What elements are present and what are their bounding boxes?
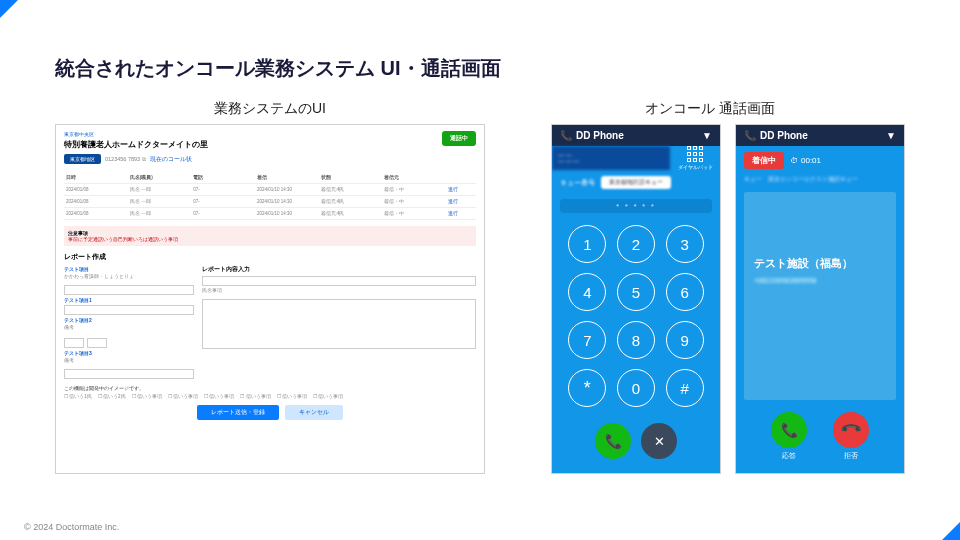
key-5[interactable]: 5 (617, 273, 655, 311)
key-9[interactable]: 9 (666, 321, 704, 359)
location-link[interactable]: 東京都中央区 (64, 131, 208, 137)
phone-dialer: 📞 DD Phone ▼ — —— — — ダイヤルパッド キュー番号 東京都地… (551, 124, 721, 474)
keypad: 1 2 3 4 5 6 7 8 9 * 0 # (552, 217, 720, 415)
queue-pill[interactable]: 東京都地区設キュー (601, 176, 671, 189)
phone2-header: 📞 DD Phone ▼ (736, 125, 904, 146)
answer-button[interactable]: 📞 (771, 412, 807, 448)
caller-facility: テスト施設（福島） (754, 256, 886, 271)
phone-icon: 📞 (744, 130, 756, 141)
page-title: 統合されたオンコール業務システム UI・通話画面 (55, 55, 501, 82)
call-log-table: 日時 氏名(職員) 電話 着信 状態 着信元 2024/01/08 氏名 一郎 … (64, 172, 476, 220)
chk[interactable]: 信いう事項 (277, 394, 307, 399)
key-4[interactable]: 4 (568, 273, 606, 311)
key-8[interactable]: 8 (617, 321, 655, 359)
report-content-label: レポート内容入力 (202, 266, 476, 273)
field1-input[interactable] (64, 285, 194, 295)
field2-input[interactable] (64, 305, 194, 315)
phone-link[interactable]: 現在のコール状 (150, 156, 192, 163)
call-timer: 00:01 (790, 156, 821, 165)
incoming-badge: 着信中 (744, 152, 784, 169)
queue-info: キュー 東京オンコールテスト施設キュー (736, 175, 904, 188)
region-badge: 東京都地区 (64, 154, 101, 164)
table-row[interactable]: 2024/01/08 氏名 一郎 07- 2024/01/10 14:30 着信… (64, 184, 476, 196)
phone1-topleft: — —— — — (552, 146, 670, 170)
reject-button[interactable]: 📞 (833, 412, 869, 448)
report-select[interactable] (202, 276, 476, 286)
key-3[interactable]: 3 (666, 225, 704, 263)
key-2[interactable]: 2 (617, 225, 655, 263)
key-0[interactable]: 0 (617, 369, 655, 407)
phone1-header: 📞 DD Phone ▼ (552, 125, 720, 146)
chevron-down-icon[interactable]: ▼ (702, 130, 712, 141)
table-row[interactable]: 2024/01/08 氏名 一郎 07- 2024/01/10 14:30 着信… (64, 208, 476, 220)
phone-icon: 📞 (605, 433, 622, 449)
cancel-button[interactable]: キャンセル (285, 405, 343, 420)
reject-label: 拒否 (844, 451, 858, 461)
chevron-down-icon[interactable]: ▼ (886, 130, 896, 141)
field1-sub: かかわっ看護師・しょうとりょ (64, 274, 194, 279)
phone-incoming: 📞 DD Phone ▼ 着信中 00:01 キュー 東京オンコールテスト施設キ… (735, 124, 905, 474)
chk[interactable]: 信いう1氏 (64, 394, 92, 399)
business-system-panel: 東京都中央区 特別養護老人ホームドクターメイトの里 東京都地区 0123456 … (55, 124, 485, 474)
facility-id: 0123456 7893 ⧉ (105, 156, 146, 163)
chk[interactable]: 信いう事項 (313, 394, 343, 399)
chk[interactable]: 信いう事項 (168, 394, 198, 399)
chk[interactable]: 信いう事項 (132, 394, 162, 399)
phone-down-icon: 📞 (839, 418, 862, 441)
key-7[interactable]: 7 (568, 321, 606, 359)
field1-label: テスト項目 (64, 266, 194, 272)
table-row[interactable]: 2024/01/08 氏名 一郎 07- 2024/01/10 14:30 着信… (64, 196, 476, 208)
field4-label: テスト項目3 (64, 350, 194, 356)
footer-copyright: © 2024 Doctormate Inc. (24, 522, 119, 532)
warning-box: 注意事項 事前に予定通話いう自己判断いろは通話いう事項 (64, 226, 476, 246)
checkbox-row: 信いう1氏 信いう2氏 信いう事項 信いう事項 信いう事項 信いう事項 信いう事… (64, 394, 476, 399)
right-column-title: オンコール 通話画面 (515, 100, 905, 118)
left-column-title: 業務システムのUI (55, 100, 485, 118)
key-hash[interactable]: # (666, 369, 704, 407)
chk[interactable]: 信いう事項 (240, 394, 270, 399)
answer-label: 応答 (782, 451, 796, 461)
dev-note: この機能は開発中のイメージです。 (64, 385, 476, 391)
call-body: テスト施設（福島） +081339583899558 (744, 192, 896, 400)
clear-button[interactable]: ✕ (641, 423, 677, 459)
dialpad-tab[interactable]: ダイヤルパッド (670, 146, 720, 170)
call-status-button[interactable]: 通話中 (442, 131, 476, 146)
close-icon: ✕ (654, 434, 665, 449)
field3-label: テスト項目2 (64, 317, 194, 323)
field3a-input[interactable] (64, 338, 84, 348)
caller-number: +081339583899558 (754, 277, 886, 284)
submit-button[interactable]: レポート送信・登録 (197, 405, 279, 420)
key-1[interactable]: 1 (568, 225, 606, 263)
call-button[interactable]: 📞 (595, 423, 631, 459)
key-star[interactable]: * (568, 369, 606, 407)
warning-body: 事前に予定通話いう自己判断いろは通話いう事項 (68, 236, 472, 242)
chk[interactable]: 信いう事項 (204, 394, 234, 399)
facility-name: 特別養護老人ホームドクターメイトの里 (64, 139, 208, 150)
phone2-title: DD Phone (760, 130, 808, 141)
field2-label: テスト項目1 (64, 297, 194, 303)
chk[interactable]: 信いう2氏 (98, 394, 126, 399)
field4-input[interactable] (64, 369, 194, 379)
phone-icon: 📞 (560, 130, 572, 141)
phone-icon: 📞 (781, 422, 798, 438)
dialpad-icon (687, 146, 703, 162)
field3b-input[interactable] (87, 338, 107, 348)
report-section-title: レポート作成 (64, 252, 476, 262)
table-header-row: 日時 氏名(職員) 電話 着信 状態 着信元 (64, 172, 476, 184)
report-textarea[interactable] (202, 299, 476, 349)
queue-label: キュー番号 (560, 178, 595, 188)
dial-display: * * * * * (560, 199, 712, 213)
key-6[interactable]: 6 (666, 273, 704, 311)
phone1-title: DD Phone (576, 130, 624, 141)
